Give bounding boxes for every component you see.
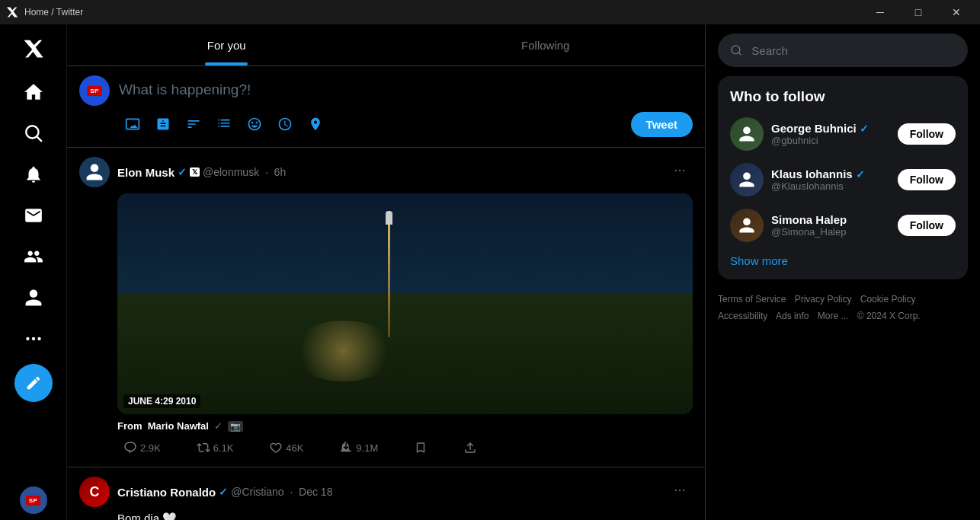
cristiano-author: C Cristiano Ronaldo ✓ @Cristiano · Dec 1… <box>79 477 332 507</box>
cookie-link[interactable]: Cookie Policy <box>860 294 916 305</box>
composer-input-area: What is happening?! <box>119 75 693 138</box>
follow-name-simonahalep: Simona Halep <box>771 213 847 226</box>
add-list-button[interactable] <box>210 110 238 138</box>
minimize-button[interactable]: ─ <box>863 0 898 24</box>
sidebar-item-profile[interactable] <box>14 279 53 317</box>
follow-button-simonahalep[interactable]: Follow <box>898 215 956 236</box>
terms-link[interactable]: Terms of Service <box>718 294 786 305</box>
gif-icon <box>155 116 171 132</box>
reply-button[interactable]: 2.9K <box>117 438 167 458</box>
add-image-button[interactable] <box>119 110 146 138</box>
copyright-text: © 2024 X Corp. <box>857 311 921 321</box>
sidebar-item-messages[interactable] <box>14 196 53 234</box>
tweet-actions: 2.9K 6.1K 46K 9.1M <box>117 438 483 458</box>
svg-line-1 <box>37 136 42 142</box>
composer-icon-group <box>119 110 329 138</box>
maximize-button[interactable]: □ <box>901 0 936 24</box>
rocket-scene: JUNE 4:29 2010 <box>117 193 693 414</box>
svg-point-2 <box>26 337 29 340</box>
image-icon <box>125 116 140 132</box>
close-button[interactable]: ✕ <box>939 0 974 24</box>
cristiano-avatar-letter: C <box>90 484 100 500</box>
reply-icon <box>123 441 137 455</box>
share-button[interactable] <box>457 438 483 458</box>
home-icon <box>24 82 43 102</box>
tweet-handle-time: @elonmusk · 6h <box>203 166 286 178</box>
follow-info-gbuhnici: George Buhnici ✓ @gbuhnici <box>771 122 869 146</box>
follow-item-klausiohannis[interactable]: Klaus Iohannis ✓ @KlausIohannis Follow <box>730 163 956 196</box>
search-icon <box>24 123 43 143</box>
ads-info-link[interactable]: Ads info <box>776 311 809 321</box>
sidebar-item-notifications[interactable] <box>14 155 53 193</box>
gbuhnici-verified: ✓ <box>860 123 869 135</box>
communities-icon <box>24 247 43 266</box>
tab-following[interactable]: Following <box>386 24 706 65</box>
who-to-follow-panel: Who to follow George Buhnici ✓ @gbuhnici <box>718 76 968 279</box>
ocean-bg <box>117 193 693 304</box>
user-avatar[interactable]: SP <box>20 487 47 514</box>
sidebar-item-more[interactable] <box>14 320 53 358</box>
location-icon <box>308 116 323 132</box>
tweet-composer: SP What is happening?! <box>67 66 705 148</box>
sidebar: SP <box>0 24 67 520</box>
sidebar-item-communities[interactable] <box>14 238 53 276</box>
tab-for-you[interactable]: For you <box>67 24 386 65</box>
follow-name-klausiohannis: Klaus Iohannis ✓ <box>771 167 865 180</box>
follow-handle-klausiohannis: @KlausIohannis <box>771 180 865 192</box>
twitter-favicon-icon <box>6 6 18 18</box>
tweet-name-row: Elon Musk ✓ 𝕏 @elonmusk · 6h <box>117 166 286 179</box>
privacy-link[interactable]: Privacy Policy <box>795 294 852 305</box>
softpedia-logo-text: SP <box>26 496 41 506</box>
compose-button[interactable] <box>14 364 53 402</box>
cristiano-tweet-text: Bom dia 🤍 <box>117 510 693 520</box>
add-gif-button[interactable] <box>149 110 177 138</box>
bookmark-button[interactable] <box>408 438 434 458</box>
list-icon <box>216 116 232 132</box>
feed-tabs: For you Following <box>67 24 705 66</box>
elon-avatar <box>79 157 110 187</box>
add-schedule-button[interactable] <box>271 110 299 138</box>
cristiano-author-info: Cristiano Ronaldo ✓ @Cristiano · Dec 18 <box>117 486 332 499</box>
composer-placeholder[interactable]: What is happening?! <box>119 75 693 104</box>
title-bar-controls: ─ □ ✕ <box>863 0 974 24</box>
tweet-more-button[interactable]: ··· <box>667 157 693 183</box>
twitter-logo[interactable] <box>15 30 52 67</box>
cristiano-name-row: Cristiano Ronaldo ✓ @Cristiano · Dec 18 <box>117 486 332 499</box>
views-button[interactable]: 9.1M <box>333 438 384 458</box>
compose-icon <box>25 375 42 391</box>
search-input[interactable] <box>751 44 956 57</box>
like-button[interactable]: 46K <box>263 438 309 458</box>
title-bar-title: Home / Twitter <box>24 7 83 18</box>
follow-button-klausiohannis[interactable]: Follow <box>898 169 956 190</box>
follow-item-gbuhnici[interactable]: George Buhnici ✓ @gbuhnici Follow <box>730 117 956 151</box>
tweet-card-cristiano[interactable]: C Cristiano Ronaldo ✓ @Cristiano · Dec 1… <box>67 467 705 520</box>
follow-left-klausiohannis: Klaus Iohannis ✓ @KlausIohannis <box>730 163 865 196</box>
title-bar: Home / Twitter ─ □ ✕ <box>0 0 980 24</box>
follow-left-simonahalep: Simona Halep @Simona_Halep <box>730 209 847 242</box>
follow-item-simonahalep[interactable]: Simona Halep @Simona_Halep Follow <box>730 209 956 242</box>
from-name: Mario Nawfal <box>148 420 209 432</box>
sidebar-item-home[interactable] <box>14 73 53 111</box>
retweet-icon <box>197 441 210 455</box>
accessibility-link[interactable]: Accessibility <box>718 311 767 321</box>
poll-icon <box>186 116 201 132</box>
person-icon <box>24 288 43 308</box>
tweet-card[interactable]: Elon Musk ✓ 𝕏 @elonmusk · 6h ··· <box>67 148 705 467</box>
show-more-link[interactable]: Show more <box>730 248 956 267</box>
add-emoji-button[interactable] <box>241 110 268 138</box>
cristiano-tweet-more-button[interactable]: ··· <box>667 477 693 502</box>
footer-links: Terms of Service Privacy Policy Cookie P… <box>718 292 968 324</box>
follow-handle-simonahalep: @Simona_Halep <box>771 226 847 238</box>
follow-avatar-gbuhnici <box>730 117 764 151</box>
sidebar-item-explore[interactable] <box>14 114 53 152</box>
cristiano-verified-badge: ✓ <box>219 486 228 498</box>
more-footer-link[interactable]: More ... <box>818 311 849 321</box>
retweet-button[interactable]: 6.1K <box>191 438 240 458</box>
follow-button-gbuhnici[interactable]: Follow <box>898 123 956 145</box>
add-poll-button[interactable] <box>180 110 207 138</box>
tweet-image: JUNE 4:29 2010 <box>117 193 693 414</box>
tweet-button[interactable]: Tweet <box>631 112 693 137</box>
add-location-button[interactable] <box>302 110 329 138</box>
cristiano-handle-time: @Cristiano · Dec 18 <box>231 486 332 498</box>
tweet-content: JUNE 4:29 2010 From Mario Nawfal ✓ 📷 2.9… <box>117 193 693 458</box>
